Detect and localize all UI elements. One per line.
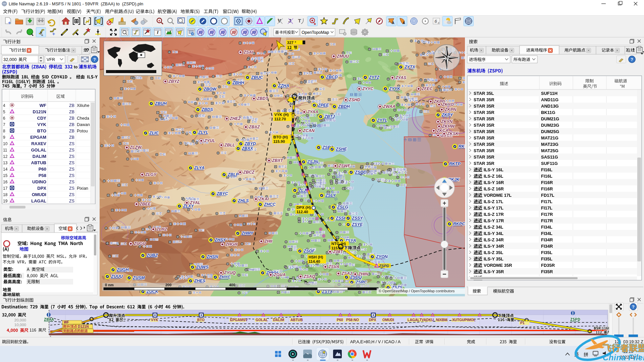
svg-text:ZSLG: ZSLG (337, 205, 348, 209)
svg-text:ZLYA: ZLYA (194, 166, 205, 170)
svg-text:ZHCC: ZHCC (264, 202, 276, 207)
svg-text:FI17R: FI17R (541, 212, 553, 217)
svg-text:STAR 35L: STAR 35L (474, 91, 494, 96)
svg-text:ZBTJ: ZBTJ (324, 114, 335, 119)
svg-text:ZS: ZS (69, 154, 74, 159)
svg-text:ZB: ZB (69, 129, 74, 133)
svg-text:LAGALTVADKU: LAGALTVADKU (408, 318, 434, 322)
svg-text:10: 10 (3, 141, 8, 146)
svg-text:ZLZW: ZLZW (129, 145, 142, 150)
svg-text:15: 15 (3, 173, 8, 178)
svg-text:ZBDH: ZBDH (338, 104, 350, 109)
svg-text:to: to (74, 65, 77, 69)
svg-text:ILS-Y 17R: ILS-Y 17R (484, 218, 504, 223)
svg-text:112.70: 112.70 (274, 117, 286, 121)
svg-text:+: + (52, 31, 55, 37)
svg-text:03:19:32 Z: 03:19:32 Z (623, 340, 643, 344)
svg-text:OMUDI: OMUDI (382, 318, 394, 322)
svg-text:112.40: 112.40 (297, 210, 308, 214)
svg-text:DPX: DPX (37, 186, 46, 191)
svg-text:ZGUA: ZGUA (273, 273, 285, 277)
svg-text:ZMUU: ZMUU (336, 54, 349, 59)
svg-text:?: ? (93, 57, 96, 62)
svg-text:+: + (8, 20, 11, 25)
svg-text:N: N (446, 46, 448, 49)
svg-text:ZBDS: ZBDS (201, 107, 213, 112)
svg-text:STAR 35R: STAR 35R (474, 129, 494, 134)
svg-text:ZBCZ: ZBCZ (243, 170, 255, 175)
svg-text:MAT21G: MAT21G (541, 135, 558, 140)
svg-text:ZBLL: ZBLL (224, 143, 235, 147)
svg-text:STAR 35R: STAR 35R (474, 161, 494, 166)
svg-text:Z08T: Z08T (333, 249, 343, 254)
svg-text:FI17L: FI17L (541, 199, 552, 204)
svg-text:?: ? (192, 33, 194, 36)
svg-text:ZLYL: ZLYL (198, 130, 208, 135)
svg-text:© OpenStreetMap / OpenTopoMap: © OpenStreetMap / OpenTopoMap contributo… (379, 289, 455, 293)
svg-text:MAT25G: MAT25G (541, 148, 558, 153)
svg-text:FI35R: FI35R (541, 269, 553, 274)
svg-text:MAT23G: MAT23G (541, 142, 558, 147)
svg-text:DALIM: DALIM (273, 318, 284, 322)
svg-text:ZYUQ: ZYUQ (224, 270, 236, 275)
svg-text:D121N: D121N (78, 324, 89, 328)
svg-text:BK11G: BK11G (541, 110, 555, 115)
svg-text:ZBUC: ZBUC (251, 75, 263, 80)
svg-text:+: + (266, 30, 268, 34)
svg-text:DUM23G: DUM23G (541, 123, 559, 128)
svg-text:?: ? (632, 304, 635, 309)
svg-text:VYK (H): VYK (H) (274, 113, 289, 117)
svg-text:ZUGH: ZUGH (116, 267, 129, 272)
svg-text:ZYAA: ZYAA (307, 110, 318, 114)
svg-text:STAR 35R: STAR 35R (474, 135, 494, 140)
svg-text:ABTUB: ABTUB (290, 318, 303, 322)
svg-text:Cheda: Cheda (77, 116, 89, 121)
svg-text:ZKAI: ZKAI (259, 197, 269, 201)
svg-text:VYK: VYK (37, 122, 46, 127)
svg-text:HSH (H): HSH (H) (309, 255, 323, 259)
svg-text:ZKYO: ZKYO (442, 102, 454, 107)
svg-text:P1: P1 (520, 321, 525, 325)
svg-text:FI16R: FI16R (541, 180, 553, 185)
svg-text:ZYUL: ZYUL (204, 138, 215, 143)
svg-text:WF: WF (40, 103, 46, 108)
svg-text:FD35R: FD35R (541, 263, 555, 268)
svg-text:ZKPY: ZKPY (441, 113, 453, 117)
svg-text:ILS-Z 35L: ILS-Z 35L (484, 250, 503, 255)
svg-text:ZYTX: ZYTX (404, 65, 416, 69)
svg-text:ZKPN: ZKPN (444, 107, 457, 112)
svg-text:ZBLP: ZBLP (227, 172, 239, 177)
svg-text:SUF11G: SUF11G (541, 161, 558, 166)
svg-text:ZHEZ: ZHEZ (229, 116, 241, 121)
svg-text:GOLAL: GOLAL (31, 147, 47, 153)
svg-text:ZS: ZS (69, 141, 74, 146)
svg-text:FI34L: FI34L (541, 225, 552, 230)
svg-text:Xiliuhe: Xiliuhe (77, 103, 90, 108)
svg-text:GOLAL: GOLAL (256, 318, 268, 322)
svg-text:ZSPD: ZSPD (379, 264, 389, 268)
svg-text:17: 17 (3, 186, 8, 191)
svg-text:ZUSM: ZUSM (132, 276, 145, 280)
svg-text:ZS: ZS (69, 186, 74, 191)
svg-text:ZBXZ: ZBXZ (249, 125, 260, 129)
svg-text:DPX (H): DPX (H) (297, 205, 311, 209)
svg-text:STAR 35R: STAR 35R (474, 148, 494, 153)
svg-text:0 nm: 0 nm (105, 283, 114, 287)
svg-text:ILS-Y 16R: ILS-Y 16R (484, 180, 504, 185)
svg-text:3: 3 (438, 21, 439, 24)
svg-text:ZB: ZB (69, 103, 74, 108)
svg-text:A: A (402, 21, 405, 25)
svg-text:ZKHW: ZKHW (442, 124, 455, 129)
svg-text:ZS: ZS (69, 148, 74, 153)
svg-text:FI35L: FI35L (541, 256, 552, 261)
svg-text:STAR 35R: STAR 35R (474, 110, 494, 115)
svg-text:ZHSY: ZHSY (214, 238, 226, 242)
svg-text:ILS-Y 34L: ILS-Y 34L (484, 231, 503, 236)
svg-text:P60: P60 (337, 318, 343, 322)
svg-text:ZHYC: ZHYC (219, 275, 231, 280)
svg-text:ZHGH: ZHGH (225, 242, 237, 247)
svg-text:327 °: 327 ° (287, 41, 296, 45)
svg-text:P58:NO: P58:NO (346, 318, 359, 322)
svg-text:ZBHH: ZBHH (232, 80, 245, 85)
svg-text:ZUGU: ZUGU (133, 241, 146, 246)
